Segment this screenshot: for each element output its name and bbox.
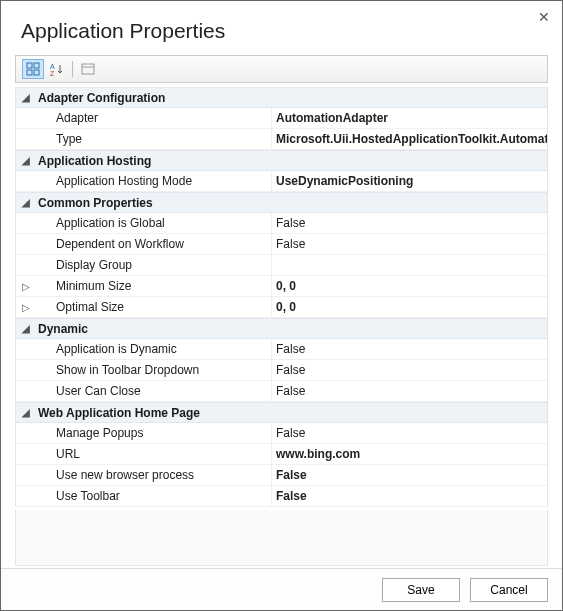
- toolbar-separator: [72, 61, 73, 77]
- property-row[interactable]: Show in Toolbar DropdownFalse: [16, 360, 547, 381]
- svg-text:Z: Z: [50, 70, 55, 76]
- property-label: Application is Global: [56, 216, 271, 230]
- svg-rect-2: [27, 70, 32, 75]
- categorized-view-button[interactable]: [22, 59, 44, 79]
- svg-rect-3: [34, 70, 39, 75]
- property-value[interactable]: False: [271, 213, 547, 233]
- expand-icon[interactable]: ▷: [16, 302, 36, 313]
- category-label: Dynamic: [36, 322, 547, 336]
- property-value[interactable]: www.bing.com: [271, 444, 547, 464]
- property-value[interactable]: 0, 0: [271, 276, 547, 296]
- property-label: Minimum Size: [56, 279, 271, 293]
- svg-rect-6: [82, 64, 94, 74]
- category-header[interactable]: ◢Web Application Home Page: [16, 402, 547, 423]
- alphabetical-view-button[interactable]: A Z: [46, 59, 68, 79]
- dialog-title: Application Properties: [1, 1, 562, 55]
- property-row[interactable]: User Can CloseFalse: [16, 381, 547, 402]
- property-value[interactable]: Microsoft.Uii.HostedApplicationToolkit.A…: [271, 129, 547, 149]
- property-row[interactable]: TypeMicrosoft.Uii.HostedApplicationToolk…: [16, 129, 547, 150]
- category-label: Adapter Configuration: [36, 91, 547, 105]
- expand-collapse-icon[interactable]: ◢: [16, 92, 36, 103]
- property-value[interactable]: False: [271, 486, 547, 506]
- property-value[interactable]: False: [271, 360, 547, 380]
- property-label: URL: [56, 447, 271, 461]
- category-header[interactable]: ◢Adapter Configuration: [16, 87, 547, 108]
- property-value[interactable]: 0, 0: [271, 297, 547, 317]
- svg-text:A: A: [50, 63, 55, 70]
- property-label: User Can Close: [56, 384, 271, 398]
- property-label: Show in Toolbar Dropdown: [56, 363, 271, 377]
- property-row[interactable]: Dependent on WorkflowFalse: [16, 234, 547, 255]
- property-label: Type: [56, 132, 271, 146]
- cancel-button[interactable]: Cancel: [470, 578, 548, 602]
- category-label: Application Hosting: [36, 154, 547, 168]
- expand-collapse-icon[interactable]: ◢: [16, 407, 36, 418]
- description-panel: [15, 510, 548, 566]
- property-value[interactable]: AutomationAdapter: [271, 108, 547, 128]
- property-pages-button[interactable]: [77, 59, 99, 79]
- property-value[interactable]: False: [271, 465, 547, 485]
- svg-rect-0: [27, 63, 32, 68]
- property-value[interactable]: False: [271, 234, 547, 254]
- property-label: Adapter: [56, 111, 271, 125]
- category-header[interactable]: ◢Application Hosting: [16, 150, 547, 171]
- category-header[interactable]: ◢Common Properties: [16, 192, 547, 213]
- property-row[interactable]: Use new browser processFalse: [16, 465, 547, 486]
- property-value[interactable]: False: [271, 381, 547, 401]
- property-label: Application is Dynamic: [56, 342, 271, 356]
- category-header[interactable]: ◢Dynamic: [16, 318, 547, 339]
- property-value[interactable]: UseDynamicPositioning: [271, 171, 547, 191]
- dialog-footer: Save Cancel: [1, 568, 562, 610]
- property-toolbar: A Z: [15, 55, 548, 83]
- expand-icon[interactable]: ▷: [16, 281, 36, 292]
- expand-collapse-icon[interactable]: ◢: [16, 155, 36, 166]
- property-row[interactable]: ▷Minimum Size0, 0: [16, 276, 547, 297]
- category-label: Common Properties: [36, 196, 547, 210]
- property-row[interactable]: Application is GlobalFalse: [16, 213, 547, 234]
- property-value[interactable]: False: [271, 339, 547, 359]
- property-value[interactable]: False: [271, 423, 547, 443]
- property-grid: ◢Adapter ConfigurationAdapterAutomationA…: [15, 87, 548, 507]
- svg-rect-1: [34, 63, 39, 68]
- property-label: Use Toolbar: [56, 489, 271, 503]
- close-icon[interactable]: ✕: [538, 9, 550, 25]
- property-row[interactable]: AdapterAutomationAdapter: [16, 108, 547, 129]
- expand-collapse-icon[interactable]: ◢: [16, 197, 36, 208]
- property-label: Use new browser process: [56, 468, 271, 482]
- save-button[interactable]: Save: [382, 578, 460, 602]
- property-row[interactable]: URLwww.bing.com: [16, 444, 547, 465]
- property-row[interactable]: Application is DynamicFalse: [16, 339, 547, 360]
- category-label: Web Application Home Page: [36, 406, 547, 420]
- property-row[interactable]: Display Group: [16, 255, 547, 276]
- property-label: Optimal Size: [56, 300, 271, 314]
- property-row[interactable]: Use ToolbarFalse: [16, 486, 547, 507]
- expand-collapse-icon[interactable]: ◢: [16, 323, 36, 334]
- property-row[interactable]: Application Hosting ModeUseDynamicPositi…: [16, 171, 547, 192]
- property-label: Dependent on Workflow: [56, 237, 271, 251]
- property-label: Display Group: [56, 258, 271, 272]
- property-label: Application Hosting Mode: [56, 174, 271, 188]
- property-label: Manage Popups: [56, 426, 271, 440]
- property-row[interactable]: Manage PopupsFalse: [16, 423, 547, 444]
- property-row[interactable]: ▷Optimal Size0, 0: [16, 297, 547, 318]
- property-value[interactable]: [271, 255, 547, 275]
